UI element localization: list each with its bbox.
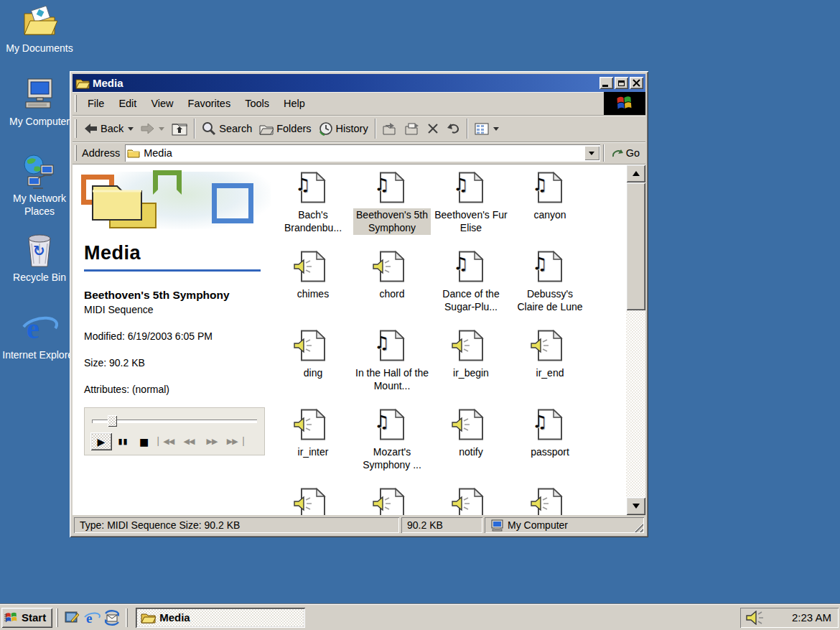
address-value[interactable]: Media xyxy=(144,147,584,159)
file-name: Debussy's Claire de Lune xyxy=(511,287,589,314)
volume-icon[interactable] xyxy=(746,611,763,625)
launch-internet-explorer-button[interactable]: e xyxy=(82,608,102,627)
player-pause-button[interactable]: ▮▮ xyxy=(113,432,133,450)
desktop-icon-label: My Documents xyxy=(6,42,73,55)
recycle-bin-icon: ↻ xyxy=(21,233,58,269)
file-item[interactable]: ♫ canyon xyxy=(510,170,589,249)
menu-item[interactable]: Favorites xyxy=(181,95,238,112)
seek-thumb[interactable] xyxy=(108,415,117,427)
undo-button[interactable] xyxy=(442,118,464,139)
desktop-icon-internet-explorer[interactable]: e Internet Explorer xyxy=(0,310,79,361)
address-dropdown-button[interactable] xyxy=(584,146,599,160)
file-item[interactable]: ♫ ir_inter xyxy=(274,407,353,486)
delete-button[interactable] xyxy=(424,118,442,139)
large-folder-icon xyxy=(88,177,157,237)
status-location: My Computer xyxy=(508,519,568,531)
file-name: passport xyxy=(529,445,571,458)
file-item[interactable]: ♫ Dance of the Sugar-Plu... xyxy=(431,249,510,328)
copy-to-button[interactable] xyxy=(401,118,424,139)
midi-note-icon: ♫ xyxy=(295,176,311,193)
file-item[interactable]: ♫ Debussy's Claire de Lune xyxy=(510,249,589,328)
file-item[interactable]: ♫ ir_end xyxy=(510,328,589,407)
file-item[interactable]: ♫ Beethoven's 5th Symphony xyxy=(353,170,431,249)
player-fast-forward-button[interactable]: ▶▶ xyxy=(201,432,223,450)
folders-button[interactable]: Folders xyxy=(256,118,314,139)
file-item[interactable]: ♫ xyxy=(510,486,589,515)
rebar-grip[interactable] xyxy=(75,95,77,111)
menu-item[interactable]: View xyxy=(144,95,180,112)
player-rewind-button[interactable]: ◀◀ xyxy=(178,432,200,450)
launch-outlook-express-button[interactable] xyxy=(102,608,122,627)
audio-file-icon: ♫ xyxy=(537,172,563,203)
midi-note-icon: ♫ xyxy=(374,334,390,351)
file-item[interactable]: ♫ notify xyxy=(431,407,510,486)
forward-dropdown-icon[interactable] xyxy=(159,127,164,131)
desktop-icon-recycle-bin[interactable]: ↻ Recycle Bin xyxy=(0,233,79,284)
history-button[interactable]: History xyxy=(315,118,372,139)
go-button[interactable]: Go xyxy=(607,146,645,160)
file-item[interactable]: ♫ xyxy=(274,486,353,515)
speaker-icon xyxy=(452,338,470,353)
move-to-button[interactable] xyxy=(379,118,401,139)
menu-item[interactable]: Help xyxy=(276,95,312,112)
file-item[interactable]: ♫ ding xyxy=(274,328,353,407)
back-dropdown-icon[interactable] xyxy=(128,127,134,131)
show-desktop-button[interactable] xyxy=(62,608,82,627)
resize-grip[interactable] xyxy=(633,522,643,532)
player-previous-button[interactable]: ▏◀◀ xyxy=(155,432,177,450)
seek-slider[interactable] xyxy=(92,415,257,427)
scroll-up-icon xyxy=(633,171,640,176)
player-stop-button[interactable]: ■ xyxy=(134,432,154,450)
folder-icon xyxy=(141,611,156,624)
file-item[interactable]: ♫ Beethoven's Fur Elise xyxy=(431,170,510,249)
file-item[interactable]: ♫ Bach's Brandenbu... xyxy=(274,170,353,249)
task-button-media[interactable]: Media xyxy=(136,608,305,628)
search-icon xyxy=(202,121,216,136)
rebar-grip[interactable] xyxy=(75,145,77,161)
search-button[interactable]: Search xyxy=(198,118,256,139)
minimize-icon xyxy=(602,85,608,87)
audio-file-icon: ♫ xyxy=(458,330,484,361)
file-item[interactable]: ♫ Mozart's Symphony ... xyxy=(353,407,431,486)
internet-explorer-icon: e xyxy=(83,609,101,626)
address-field[interactable]: Media xyxy=(125,144,599,162)
forward-button[interactable] xyxy=(137,118,168,139)
back-button[interactable]: Back xyxy=(80,118,137,139)
status-zone: My Computer xyxy=(485,517,644,533)
start-button[interactable]: Start xyxy=(1,608,52,628)
file-item[interactable]: ♫ xyxy=(431,486,510,515)
rebar-grip[interactable] xyxy=(75,119,77,138)
file-item[interactable]: ♫ passport xyxy=(510,407,589,486)
menu-item[interactable]: Tools xyxy=(238,95,276,112)
close-button[interactable] xyxy=(630,77,643,89)
maximize-button[interactable] xyxy=(615,77,628,89)
views-button[interactable] xyxy=(471,118,503,139)
speaker-icon xyxy=(531,338,549,353)
title-bar[interactable]: Media xyxy=(73,74,645,92)
scroll-down-button[interactable] xyxy=(626,497,645,515)
file-item[interactable]: ♫ ir_begin xyxy=(431,328,510,407)
scrollbar-thumb[interactable] xyxy=(626,182,645,310)
audio-file-icon: ♫ xyxy=(300,172,326,203)
player-play-button[interactable]: ▶ xyxy=(90,432,112,450)
scroll-up-button[interactable] xyxy=(626,165,645,182)
speaker-icon xyxy=(373,496,391,511)
clock[interactable]: 2:23 AM xyxy=(792,611,831,624)
file-item[interactable]: ♫ chord xyxy=(353,249,431,328)
menu-item[interactable]: File xyxy=(80,95,111,112)
minimize-button[interactable] xyxy=(599,77,613,89)
up-button[interactable] xyxy=(168,118,191,139)
desktop-icon-my-network-places[interactable]: My Network Places xyxy=(0,154,79,218)
file-item[interactable]: ♫ chimes xyxy=(274,249,353,328)
speaker-icon xyxy=(294,259,312,274)
vertical-scrollbar[interactable] xyxy=(626,165,645,515)
views-dropdown-icon[interactable] xyxy=(493,127,499,131)
desktop-icon-my-computer[interactable]: My Computer xyxy=(0,77,79,128)
player-next-button[interactable]: ▶▶▕ xyxy=(224,432,246,450)
file-item[interactable]: ♫ In the Hall of the Mount... xyxy=(353,328,431,407)
file-item[interactable]: ♫ xyxy=(353,486,431,515)
desktop-icon-my-documents[interactable]: My Documents xyxy=(0,4,79,55)
menu-item[interactable]: Edit xyxy=(111,95,144,112)
selected-file-type: MIDI Sequence xyxy=(84,304,265,315)
windows-logo-throbber xyxy=(604,92,645,115)
